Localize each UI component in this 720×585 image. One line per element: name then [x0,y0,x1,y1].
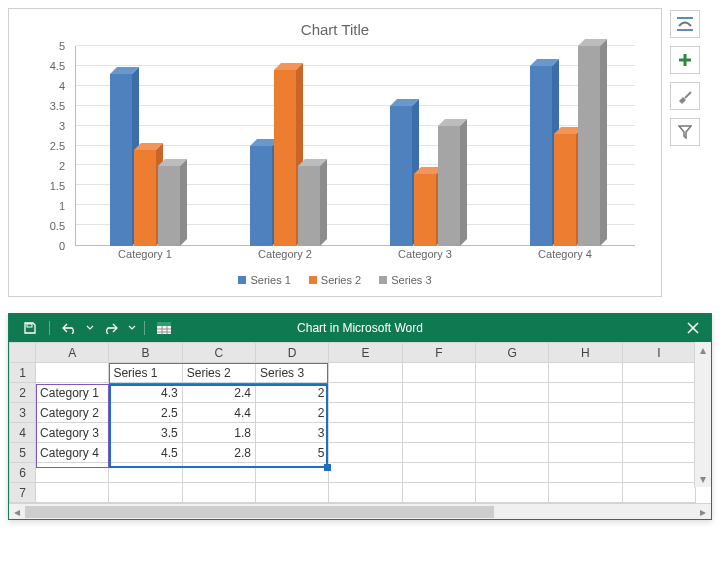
bar[interactable] [298,166,320,246]
selection-resize-handle[interactable] [324,464,331,471]
cell[interactable] [329,423,402,443]
cell[interactable] [549,403,622,423]
row-header[interactable]: 5 [10,443,36,463]
cell[interactable]: 1.8 [182,423,255,443]
cell[interactable]: 5 [256,443,329,463]
cell[interactable]: 4.3 [109,383,182,403]
bar[interactable] [530,66,552,246]
bar[interactable] [554,134,576,246]
cell[interactable] [36,483,109,503]
scroll-left-icon[interactable]: ◂ [9,504,25,520]
column-header[interactable]: D [256,343,329,363]
cell[interactable] [329,463,402,483]
cell[interactable] [402,483,475,503]
bar[interactable] [110,74,132,246]
cell[interactable] [475,423,548,443]
cell[interactable]: 2 [256,403,329,423]
cell[interactable] [622,423,695,443]
cell[interactable] [402,403,475,423]
row-header[interactable]: 1 [10,363,36,383]
cell[interactable] [36,363,109,383]
cell[interactable]: 4.5 [109,443,182,463]
row-header[interactable]: 6 [10,463,36,483]
cell[interactable] [475,363,548,383]
column-header[interactable]: A [36,343,109,363]
cell[interactable]: Category 4 [36,443,109,463]
cell[interactable] [402,423,475,443]
chevron-down-icon[interactable] [128,322,136,334]
cell[interactable] [475,483,548,503]
cell[interactable] [549,443,622,463]
bar[interactable] [414,174,436,246]
scroll-up-icon[interactable]: ▴ [695,342,711,358]
cell[interactable]: Series 3 [256,363,329,383]
column-header[interactable]: H [549,343,622,363]
chart-elements-button[interactable] [670,46,700,74]
bar[interactable] [250,146,272,246]
cell[interactable] [549,463,622,483]
cell[interactable] [36,463,109,483]
cell[interactable] [402,383,475,403]
cell[interactable] [256,463,329,483]
cell[interactable] [622,403,695,423]
cell[interactable]: Category 1 [36,383,109,403]
cell[interactable] [622,383,695,403]
cell[interactable] [475,383,548,403]
column-header[interactable]: I [622,343,695,363]
column-header[interactable]: G [475,343,548,363]
cell[interactable] [622,483,695,503]
cell[interactable]: Series 1 [109,363,182,383]
column-header[interactable]: F [402,343,475,363]
row-header[interactable]: 4 [10,423,36,443]
cell[interactable]: 4.4 [182,403,255,423]
cell[interactable]: 3.5 [109,423,182,443]
cell[interactable] [475,443,548,463]
bar[interactable] [578,46,600,246]
cell[interactable] [402,363,475,383]
cell[interactable] [182,483,255,503]
cell[interactable] [402,443,475,463]
cell[interactable]: 2 [256,383,329,403]
cell[interactable] [329,403,402,423]
bar[interactable] [158,166,180,246]
cell[interactable] [329,443,402,463]
select-all-cell[interactable] [10,343,36,363]
cell[interactable] [109,463,182,483]
horizontal-scrollbar[interactable]: ◂ ▸ [9,503,711,519]
chart-filters-button[interactable] [670,118,700,146]
cell[interactable] [329,483,402,503]
column-header[interactable]: C [182,343,255,363]
chart-panel[interactable]: Chart Title 00.511.522.533.544.55 Catego… [8,8,662,297]
cell[interactable] [622,443,695,463]
cell[interactable]: Series 2 [182,363,255,383]
chevron-down-icon[interactable] [86,322,94,334]
scrollbar-track[interactable] [25,504,695,520]
cell[interactable]: 2.4 [182,383,255,403]
cell[interactable] [622,463,695,483]
cell[interactable] [475,403,548,423]
bar[interactable] [134,150,156,246]
cell[interactable] [622,363,695,383]
cell[interactable] [475,463,548,483]
layout-options-button[interactable] [670,10,700,38]
cell[interactable] [182,463,255,483]
cell[interactable] [549,423,622,443]
close-button[interactable] [675,314,711,342]
cell[interactable]: 2.5 [109,403,182,423]
cell[interactable] [402,463,475,483]
scrollbar-thumb[interactable] [25,506,494,518]
bar[interactable] [438,126,460,246]
cell[interactable]: 2.8 [182,443,255,463]
column-header[interactable]: B [109,343,182,363]
undo-button[interactable] [58,318,80,338]
edit-data-button[interactable] [153,318,175,338]
bar[interactable] [274,70,296,246]
row-header[interactable]: 2 [10,383,36,403]
save-button[interactable] [19,318,41,338]
column-header[interactable]: E [329,343,402,363]
redo-button[interactable] [100,318,122,338]
cell[interactable] [549,383,622,403]
cell[interactable] [549,363,622,383]
cell[interactable]: Category 3 [36,423,109,443]
cell[interactable] [329,363,402,383]
